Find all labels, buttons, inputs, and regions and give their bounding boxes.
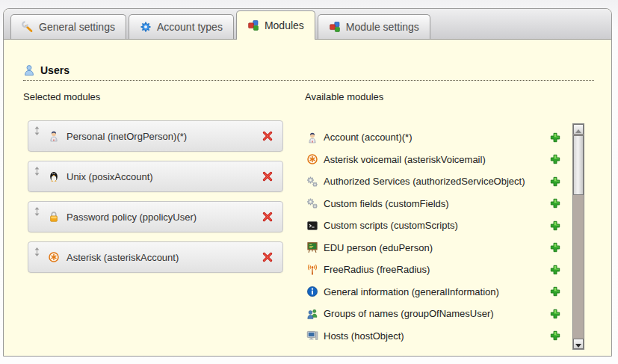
settings-panel: General settings Account types Modules M… <box>3 8 612 357</box>
available-module-row: FreeRadius (freeRadius) <box>306 259 561 281</box>
tab-content: Users Selected modules Available modules… <box>4 40 611 357</box>
modules-icon <box>247 19 259 31</box>
chalkboard-icon <box>306 241 318 253</box>
section-title: Users <box>40 64 69 76</box>
tab-label: Modules <box>265 19 304 31</box>
add-module-button[interactable] <box>549 153 561 165</box>
tab-account-types[interactable]: Account types <box>129 14 234 39</box>
add-module-button[interactable] <box>549 176 561 188</box>
available-module-label: Account (account)(*) <box>324 132 412 143</box>
terminal-icon <box>306 220 318 232</box>
drag-handle-icon[interactable] <box>34 125 40 134</box>
tab-modules[interactable]: Modules <box>236 10 315 40</box>
selected-module-label: Personal (inetOrgPerson)(*) <box>67 131 187 142</box>
available-modules-scrollbar[interactable] <box>572 123 584 350</box>
available-modules-list: Account (account)(*) Asterisk voicemail … <box>306 126 561 347</box>
asterisk-icon <box>48 251 60 263</box>
available-module-label: Authorized Services (authorizedServiceOb… <box>324 176 525 187</box>
add-module-button[interactable] <box>549 264 561 276</box>
tab-module-settings[interactable]: Module settings <box>318 14 430 39</box>
selected-module-row: Password policy (ppolicyUser) <box>28 201 283 232</box>
person-icon <box>306 132 318 144</box>
scrollbar-up-button[interactable] <box>573 124 584 135</box>
asterisk-icon <box>306 153 318 165</box>
tab-general-settings[interactable]: General settings <box>10 14 126 39</box>
available-module-label: Custom fields (customFields) <box>324 198 449 209</box>
person-icon <box>48 130 60 142</box>
available-module-row: Groups of names (groupOfNamesUser) <box>306 303 561 325</box>
remove-module-button[interactable] <box>262 211 274 223</box>
available-module-label: EDU person (eduPerson) <box>324 242 433 253</box>
remove-module-button[interactable] <box>262 170 274 182</box>
selected-modules-label: Selected modules <box>23 91 100 102</box>
scroll-down-icon <box>575 337 581 351</box>
modules-icon <box>329 21 341 33</box>
scrollbar-thumb[interactable] <box>573 135 584 195</box>
add-module-button[interactable] <box>549 220 561 232</box>
scroll-up-icon <box>575 123 581 136</box>
gears-icon <box>306 197 318 209</box>
available-module-row: Asterisk voicemail (asteriskVoicemail) <box>306 149 561 171</box>
available-module-row: General information (generalInformation) <box>306 281 561 303</box>
info-icon <box>306 286 318 297</box>
selected-module-label: Asterisk (asteriskAccount) <box>67 252 179 263</box>
add-module-button[interactable] <box>549 241 561 253</box>
add-module-button[interactable] <box>549 286 561 297</box>
add-module-button[interactable] <box>549 308 561 320</box>
available-module-label: Custom scripts (customScripts) <box>324 220 458 231</box>
selected-module-row: Personal (inetOrgPerson)(*) <box>28 120 283 152</box>
drag-handle-icon[interactable] <box>34 165 40 174</box>
tab-label: Module settings <box>346 21 419 33</box>
available-module-row: Authorized Services (authorizedServiceOb… <box>306 170 561 193</box>
user-icon <box>23 64 35 76</box>
scrollbar-down-button[interactable] <box>573 339 584 349</box>
selected-module-label: Unix (posixAccount) <box>67 171 153 182</box>
wrench-icon <box>22 21 34 33</box>
tab-bar: General settings Account types Modules M… <box>4 9 611 40</box>
add-module-button[interactable] <box>549 330 561 342</box>
selected-module-row: Unix (posixAccount) <box>28 161 283 192</box>
available-module-label: Asterisk voicemail (asteriskVoicemail) <box>324 154 486 165</box>
tab-label: General settings <box>39 21 115 33</box>
group-icon <box>306 308 318 320</box>
available-module-row: Custom scripts (customScripts) <box>306 215 561 237</box>
gears-icon <box>306 176 318 188</box>
add-module-button[interactable] <box>549 197 561 209</box>
selected-module-label: Password policy (ppolicyUser) <box>67 212 197 223</box>
lock-icon <box>48 211 60 223</box>
remove-module-button[interactable] <box>262 251 274 263</box>
add-module-button[interactable] <box>549 132 561 144</box>
available-module-row: Account (account)(*) <box>306 126 561 149</box>
selected-module-row: Asterisk (asteriskAccount) <box>28 241 283 273</box>
available-module-label: Groups of names (groupOfNamesUser) <box>324 308 494 319</box>
available-module-label: General information (generalInformation) <box>324 286 499 297</box>
selected-modules-list: Personal (inetOrgPerson)(*) Unix (posixA… <box>28 120 283 282</box>
antenna-icon <box>306 264 318 276</box>
penguin-icon <box>48 170 60 182</box>
available-module-label: Hosts (hostObject) <box>324 330 404 342</box>
gear-icon <box>140 21 152 33</box>
available-module-label: FreeRadius (freeRadius) <box>324 264 430 275</box>
users-section-header: Users <box>23 64 594 81</box>
tab-label: Account types <box>157 21 223 33</box>
host-icon <box>306 330 318 342</box>
drag-handle-icon[interactable] <box>34 206 40 215</box>
remove-module-button[interactable] <box>262 130 274 142</box>
available-module-row: EDU person (eduPerson) <box>306 237 561 259</box>
drag-handle-icon[interactable] <box>34 246 40 255</box>
available-module-row: Custom fields (customFields) <box>306 193 561 215</box>
available-module-row: Hosts (hostObject) <box>306 325 561 348</box>
available-modules-label: Available modules <box>305 91 383 102</box>
